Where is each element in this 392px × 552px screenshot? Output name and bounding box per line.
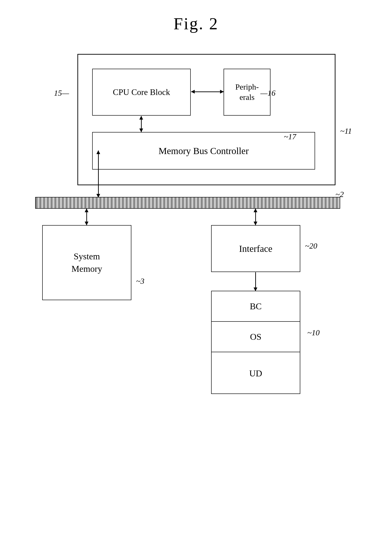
ref-label-11: ~11 <box>340 127 352 136</box>
rom-stack-block: BC OS UD <box>211 291 300 394</box>
outer-box: CPU Core Block Periph-erals Memory Bus C… <box>77 54 336 185</box>
ref-label-3: ~3 <box>136 277 144 286</box>
bc-label: BC <box>250 301 262 311</box>
ref-label-15: 15— <box>54 89 69 97</box>
interface-block: Interface <box>211 225 300 272</box>
system-memory-block: SystemMemory <box>42 225 131 300</box>
arrow-cpu-peripherals <box>191 91 224 92</box>
arrow-membus-busbar <box>98 151 99 197</box>
cpu-core-label: CPU Core Block <box>113 87 170 97</box>
ref-label-20: ~20 <box>305 242 317 250</box>
os-label: OS <box>250 331 262 342</box>
diagram-container: CPU Core Block Periph-erals Memory Bus C… <box>35 35 357 533</box>
figure-title: Fig. 2 <box>0 0 392 34</box>
bus-bar <box>35 197 340 209</box>
interface-label: Interface <box>239 243 272 254</box>
cpu-core-block: CPU Core Block <box>92 69 191 116</box>
arrow-interface-rom <box>255 272 256 291</box>
bc-section: BC <box>212 291 300 322</box>
ref-label-10: ~10 <box>307 328 320 337</box>
peripherals-label: Periph-erals <box>235 82 259 103</box>
arrow-busbar-interface <box>255 209 256 225</box>
ud-section: UD <box>212 352 300 394</box>
memory-bus-block: Memory Bus Controller <box>92 132 315 170</box>
system-memory-label: SystemMemory <box>71 250 102 275</box>
arrow-busbar-sysmem <box>86 209 87 225</box>
arrow-cpu-membus <box>141 116 142 132</box>
os-section: OS <box>212 322 300 352</box>
ref-label-17: ~17 <box>284 132 296 141</box>
memory-bus-label: Memory Bus Controller <box>159 145 249 156</box>
ud-label: UD <box>249 368 262 379</box>
ref-label-16: —16 <box>260 89 275 97</box>
